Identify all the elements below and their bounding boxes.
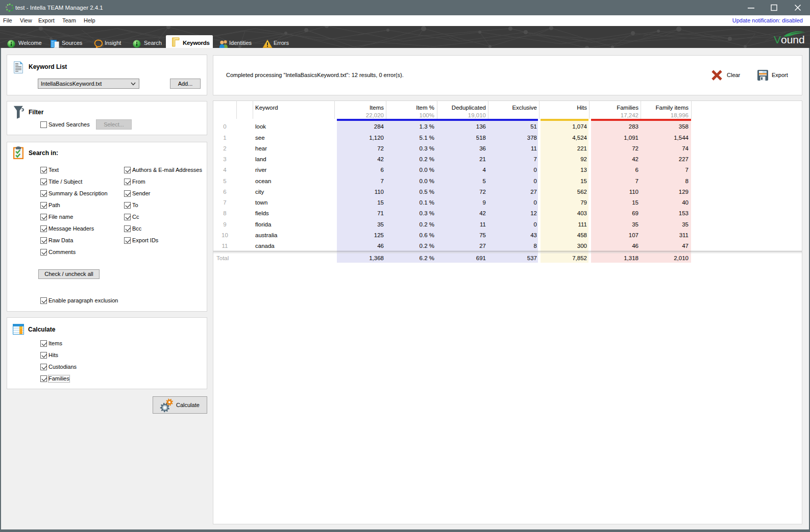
svg-text:ound: ound xyxy=(781,34,805,45)
svg-text:V: V xyxy=(774,34,781,45)
